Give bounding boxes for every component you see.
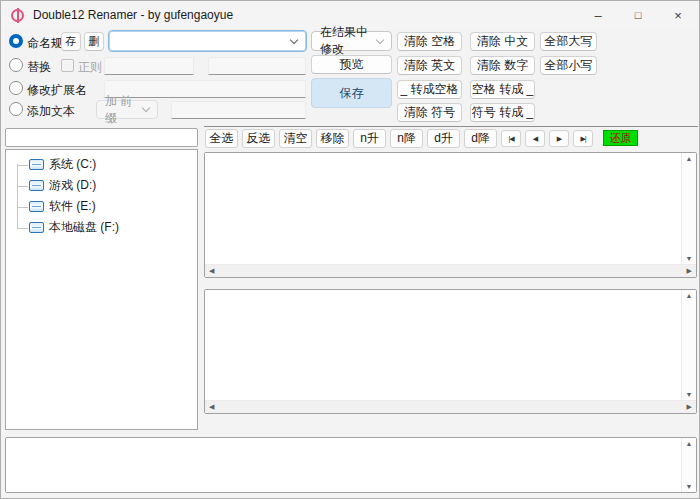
clear-symbols-button[interactable]: 清除 符号 [397, 103, 462, 122]
chevron-down-icon [290, 35, 298, 43]
clear-list-button[interactable]: 清空 [279, 129, 312, 148]
maximize-icon[interactable]: □ [618, 1, 658, 29]
list-content [205, 290, 681, 400]
lowercase-button[interactable]: 全部小写 [540, 56, 597, 75]
tree-item-drive-c[interactable]: 系统 (C:) [6, 154, 197, 175]
tree-item-label: 游戏 (D:) [49, 177, 96, 194]
scroll-down-icon[interactable]: ▼ [686, 391, 693, 398]
tree-item-label: 本地磁盘 (F:) [49, 219, 119, 236]
replace-label: 替换 [27, 59, 51, 76]
radio-naming-rule[interactable] [9, 34, 23, 48]
scroll-right-icon[interactable]: ▶ [687, 267, 692, 275]
first-page-icon[interactable]: |◀ [501, 130, 521, 147]
scroll-up-icon[interactable]: ▲ [686, 440, 693, 447]
radio-add-text[interactable] [9, 102, 23, 116]
symbol-to-underscore-button[interactable]: 符号 转成 _ [470, 103, 535, 122]
extension-label: 修改扩展名 [27, 82, 87, 99]
horizontal-scrollbar[interactable]: ◀ ▶ [205, 264, 696, 277]
clear-chinese-button[interactable]: 清除 中文 [470, 32, 535, 51]
clear-digits-button[interactable]: 清除 数字 [470, 56, 535, 75]
vertical-scrollbar[interactable]: ▲ ▼ [681, 438, 696, 492]
scroll-up-icon[interactable]: ▲ [686, 155, 693, 162]
log-box[interactable]: ▲ ▼ [5, 437, 697, 493]
underscore-to-space-button[interactable]: _ 转成空格 [397, 80, 462, 99]
naming-rule-combobox[interactable] [108, 30, 307, 52]
preview-names-list[interactable]: ▲ ▼ ◀ ▶ [204, 289, 697, 414]
add-text-field[interactable] [171, 101, 306, 119]
drive-icon [29, 180, 44, 191]
rule-delete-button[interactable]: 删 [84, 32, 104, 51]
scroll-left-icon[interactable]: ◀ [209, 403, 214, 411]
replace-with-field[interactable] [208, 57, 306, 75]
replace-find-field[interactable] [104, 57, 194, 75]
list-toolbar: 全选 反选 清空 移除 n升 n降 d升 d降 |◀ ◀ ▶ ▶| [205, 129, 593, 148]
tree-item-drive-d[interactable]: 游戏 (D:) [6, 175, 197, 196]
name-descending-button[interactable]: n降 [390, 129, 423, 148]
rule-save-button[interactable]: 存 [61, 32, 81, 51]
add-text-label: 添加文本 [27, 103, 75, 120]
prefix-mode-value: 加 前缀 [105, 93, 143, 127]
tree-item-label: 系统 (C:) [49, 156, 96, 173]
prev-page-icon[interactable]: ◀ [525, 130, 545, 147]
log-content [6, 438, 681, 492]
app-window: Double12 Renamer - by gufengaoyue – □ × … [0, 0, 700, 499]
tree-item-label: 软件 (E:) [49, 198, 96, 215]
result-mode-value: 在结果中修改 [320, 24, 377, 58]
toolbar-separator [204, 126, 698, 127]
window-title: Double12 Renamer - by gufengaoyue [33, 8, 233, 22]
minimize-icon[interactable]: – [578, 1, 618, 29]
prefix-mode-dropdown[interactable]: 加 前缀 [96, 100, 158, 119]
result-mode-dropdown[interactable]: 在结果中修改 [311, 31, 392, 51]
list-content [205, 153, 681, 264]
date-ascending-button[interactable]: d升 [427, 129, 460, 148]
horizontal-scrollbar[interactable]: ◀ ▶ [205, 400, 696, 413]
scroll-right-icon[interactable]: ▶ [687, 403, 692, 411]
path-input[interactable] [5, 128, 198, 147]
vertical-scrollbar[interactable]: ▲ ▼ [681, 153, 696, 264]
tree-item-drive-f[interactable]: 本地磁盘 (F:) [6, 217, 197, 238]
uppercase-button[interactable]: 全部大写 [540, 32, 597, 51]
scroll-down-icon[interactable]: ▼ [686, 483, 693, 490]
radio-replace[interactable] [9, 58, 23, 72]
space-to-underscore-button[interactable]: 空格 转成 _ [470, 80, 535, 99]
name-ascending-button[interactable]: n升 [353, 129, 386, 148]
next-page-icon[interactable]: ▶ [549, 130, 569, 147]
chevron-down-icon [376, 35, 384, 43]
date-descending-button[interactable]: d降 [464, 129, 497, 148]
scroll-up-icon[interactable]: ▲ [686, 292, 693, 299]
scroll-left-icon[interactable]: ◀ [209, 267, 214, 275]
window-controls: – □ × [578, 1, 698, 29]
select-all-button[interactable]: 全选 [205, 129, 238, 148]
tree-item-drive-e[interactable]: 软件 (E:) [6, 196, 197, 217]
naming-rule-input[interactable] [109, 34, 291, 48]
radio-extension[interactable] [9, 81, 23, 95]
drive-icon [29, 159, 44, 170]
drive-icon [29, 222, 44, 233]
vertical-scrollbar[interactable]: ▲ ▼ [681, 290, 696, 400]
scroll-down-icon[interactable]: ▼ [686, 255, 693, 262]
chevron-down-icon [142, 104, 150, 112]
save-button[interactable]: 保存 [311, 78, 392, 108]
clear-english-button[interactable]: 清除 英文 [397, 56, 462, 75]
preview-button[interactable]: 预览 [311, 55, 392, 74]
last-page-icon[interactable]: ▶| [573, 130, 593, 147]
invert-selection-button[interactable]: 反选 [242, 129, 275, 148]
regex-label: 正则 [78, 59, 102, 76]
drive-icon [29, 201, 44, 212]
app-icon [11, 9, 24, 22]
clear-space-button[interactable]: 清除 空格 [397, 32, 462, 51]
drive-tree: 系统 (C:) 游戏 (D:) 软件 (E:) 本地磁盘 (F:) [5, 149, 198, 430]
regex-checkbox[interactable] [61, 59, 74, 72]
remove-button[interactable]: 移除 [316, 129, 349, 148]
original-names-list[interactable]: ▲ ▼ ◀ ▶ [204, 152, 697, 278]
close-icon[interactable]: × [658, 1, 698, 29]
restore-button[interactable]: 还原 [603, 130, 638, 146]
